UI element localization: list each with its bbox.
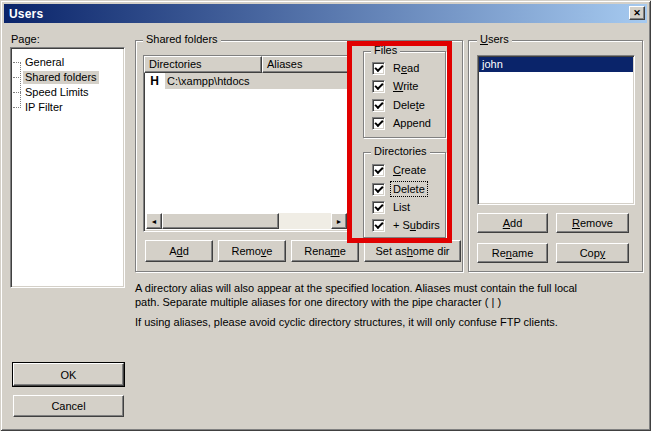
scroll-left-button[interactable]: ◄	[146, 213, 162, 229]
page-item-ip-filter[interactable]: IP Filter	[11, 100, 124, 115]
alias-info-line3: If using aliases, please avoid cyclic di…	[135, 316, 558, 329]
tree-branch-icon	[13, 107, 21, 108]
window-title: Users	[4, 7, 43, 21]
page-item-label: Speed Limits	[23, 86, 91, 99]
close-icon: ✕	[633, 9, 641, 18]
title-bar[interactable]: Users ✕	[4, 4, 647, 23]
tree-branch-icon	[13, 62, 21, 63]
annotation-rectangle	[347, 41, 452, 243]
user-item-john[interactable]: john	[479, 57, 633, 72]
shared-folders-group-label: Shared folders	[143, 34, 221, 45]
close-button[interactable]: ✕	[629, 6, 645, 20]
scroll-right-button[interactable]: ►	[331, 213, 347, 229]
ok-button[interactable]: OK	[13, 363, 124, 386]
scrollbar-thumb[interactable]	[162, 213, 279, 229]
tree-branch-icon	[13, 77, 21, 78]
scroll-left-icon: ◄	[151, 218, 158, 225]
directory-path: C:\xampp\htdocs	[165, 73, 349, 89]
page-item-speed-limits[interactable]: Speed Limits	[11, 85, 124, 100]
column-header-directories[interactable]: Directories	[144, 56, 262, 73]
page-item-label: General	[23, 56, 66, 69]
listview-header: Directories Aliases	[144, 56, 349, 73]
sf-add-button[interactable]: Add	[145, 240, 213, 262]
users-rename-button[interactable]: Rename	[477, 243, 548, 263]
directory-row[interactable]: H C:\xampp\htdocs	[144, 73, 349, 89]
scroll-right-icon: ►	[336, 218, 343, 225]
sf-rename-button[interactable]: Rename	[291, 240, 359, 262]
alias-info-line2: path. Separate multiple aliases for one …	[135, 296, 501, 309]
page-list: General Shared folders Speed Limits IP F…	[10, 47, 125, 288]
users-add-button[interactable]: Add	[477, 213, 548, 233]
users-dialog: Users ✕ Page: General Shared folders Spe…	[0, 0, 651, 431]
home-dir-marker: H	[144, 73, 165, 89]
horizontal-scrollbar[interactable]: ◄ ►	[146, 213, 347, 229]
tree-branch-icon	[13, 92, 21, 93]
page-item-label: IP Filter	[23, 101, 65, 114]
users-remove-button[interactable]: Remove	[556, 213, 629, 233]
users-group-label: Users	[477, 34, 512, 45]
alias-info-line1: A directory alias will also appear at th…	[135, 282, 577, 295]
cancel-button[interactable]: Cancel	[13, 395, 124, 417]
page-item-label: Shared folders	[23, 71, 99, 84]
page-item-general[interactable]: General	[11, 55, 124, 70]
users-listbox[interactable]: john	[477, 55, 635, 205]
column-header-aliases[interactable]: Aliases	[262, 56, 349, 73]
sf-remove-button[interactable]: Remove	[218, 240, 286, 262]
users-copy-button[interactable]: Copy	[556, 243, 629, 263]
directories-listview[interactable]: Directories Aliases H C:\xampp\htdocs ◄ …	[143, 55, 350, 232]
page-label: Page:	[11, 33, 40, 45]
set-as-home-dir-button[interactable]: Set as home dir	[364, 240, 461, 262]
page-item-shared-folders[interactable]: Shared folders	[11, 70, 124, 85]
